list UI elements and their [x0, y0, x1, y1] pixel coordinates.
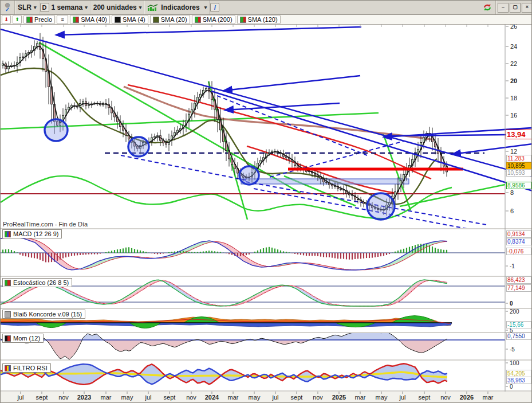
price-tick: 22 — [510, 60, 517, 67]
x-axis-label: may — [121, 394, 133, 401]
legend-chip-sma-20-[interactable]: SMA (20) — [150, 15, 190, 24]
x-axis-label: sept — [419, 394, 431, 401]
list-icon: ≡ — [61, 17, 64, 22]
x-axis-label: 2025 — [332, 394, 346, 401]
refresh-icon[interactable] — [482, 2, 493, 13]
indicator-tick: 200 — [510, 308, 519, 315]
units-selector[interactable]: 200 unidades ▾ — [91, 2, 144, 13]
x-axis-label: nov — [313, 394, 323, 401]
indicators-chart-icon — [147, 3, 159, 11]
x-axis-label: jul — [144, 394, 151, 401]
minimize-button[interactable]: – — [498, 3, 509, 13]
legend-chip-sma-4-[interactable]: SMA (4) — [112, 15, 148, 24]
indicator-tick: 5 — [510, 327, 513, 334]
indicator-tick: -5 — [510, 346, 515, 353]
x-axis-label: jul — [271, 394, 278, 401]
chevron-down-icon: ▾ — [85, 5, 88, 10]
circle-annotation — [239, 166, 259, 185]
info-button[interactable]: i — [210, 3, 219, 12]
x-axis-label: nov — [440, 394, 451, 401]
chevron-down-icon: ▾ — [204, 5, 207, 10]
sma-legend-group: SMA (40)SMA (4)SMA (20)SMA (200)SMA (120… — [70, 15, 280, 24]
indicator-tick: -1 — [510, 263, 515, 269]
chevron-down-icon: ▾ — [139, 5, 142, 10]
price-tick: 12 — [510, 148, 517, 155]
x-axis-label: mar — [355, 394, 366, 401]
x-axis-label: sept — [36, 394, 48, 401]
indicator-tick: 0 — [510, 384, 513, 390]
connection-status-icon: ◍✓ — [2, 3, 13, 12]
indicator-label-momentum[interactable]: Mom (12) — [2, 334, 44, 343]
x-axis-label: mar — [101, 394, 112, 401]
x-axis-label: may — [249, 394, 261, 401]
circle-annotation — [367, 193, 395, 220]
up-arrow-icon: ⬆ — [15, 17, 19, 22]
price-tick: 6 — [510, 208, 514, 214]
x-axis-label: may — [376, 394, 388, 401]
indicator-tick: 0 — [510, 300, 513, 307]
legend-chip-sma-200-[interactable]: SMA (200) — [192, 15, 235, 24]
units-label: 200 unidades — [93, 3, 137, 11]
x-axis-label: mar — [483, 394, 494, 401]
buy-arrow-button[interactable]: ⬆ — [13, 15, 22, 24]
indicators-label: Indicadores — [161, 3, 199, 11]
symbol-selector[interactable]: SLR ▾ — [15, 2, 39, 13]
indicator-tick: 100 — [510, 360, 519, 366]
x-axis-label: nov — [58, 394, 69, 401]
price-tick: 16 — [510, 112, 517, 119]
legend-toolbar: ⬇ ⬆ Precio ≡ SMA (40)SMA (4)SMA (20)SMA … — [1, 15, 532, 25]
maximize-button[interactable]: ▢ — [510, 3, 521, 13]
daily-period-button[interactable]: D — [40, 3, 49, 12]
price-tick: 24 — [510, 43, 517, 50]
indicators-dropdown[interactable]: ▾ — [202, 3, 210, 11]
toolbar-separator — [495, 1, 496, 14]
price-tick: 8 — [510, 189, 514, 196]
indicator-label-filtro-rsi[interactable]: FILTRO RSI — [2, 363, 51, 373]
candle-icon — [26, 17, 33, 23]
close-button[interactable]: × — [522, 3, 532, 13]
prorealtime-window: ProRealTime.com - Fin de Díajulseptnov20… — [0, 0, 532, 403]
chart-canvas[interactable]: ProRealTime.com - Fin de Díajulseptnov20… — [1, 1, 532, 403]
x-axis-label: 2023 — [77, 394, 91, 401]
indicators-button[interactable]: Indicadores — [145, 2, 202, 13]
legend-chip-sma-120-[interactable]: SMA (120) — [237, 15, 281, 24]
x-axis-label: jul — [399, 394, 405, 401]
list-settings-button[interactable]: ≡ — [57, 15, 68, 24]
down-arrow-icon: ⬇ — [4, 17, 9, 22]
sell-arrow-button[interactable]: ⬇ — [2, 15, 11, 24]
circle-annotation — [128, 137, 149, 156]
indicator-label-koncorde[interactable]: Blai5 Koncorde v.09 (15) — [2, 310, 85, 319]
top-toolbar: ◍✓ SLR ▾ D 1 semana ▾ 200 unidades ▾ Ind… — [1, 1, 532, 15]
timeframe-label: 1 semana — [52, 3, 83, 11]
x-axis-label: 2024 — [205, 394, 219, 401]
x-axis-label: nov — [186, 394, 196, 401]
legend-chip-sma-40-[interactable]: SMA (40) — [70, 15, 110, 24]
price-tick: 20 — [510, 77, 517, 84]
symbol-label: SLR — [18, 3, 31, 11]
chevron-down-icon: ▾ — [34, 5, 37, 10]
x-axis-label: mar — [228, 394, 239, 401]
circle-annotation — [45, 119, 68, 141]
price-tick: 10 — [510, 168, 517, 175]
x-axis-label: sept — [164, 394, 176, 401]
timeframe-selector[interactable]: 1 semana ▾ — [49, 2, 90, 13]
indicator-label-stochastic[interactable]: Estocástico (26 8 5) — [2, 278, 72, 287]
indicator-label-macd[interactable]: MACD (12 26 9) — [2, 229, 62, 238]
x-axis-label: 2026 — [460, 394, 474, 401]
watermark: ProRealTime.com - Fin de Día — [3, 221, 88, 228]
x-axis-label: sept — [291, 394, 303, 401]
price-label: Precio — [34, 16, 52, 23]
price-legend-chip[interactable]: Precio — [23, 15, 55, 24]
x-axis-label: jul — [17, 394, 23, 401]
price-tick: 18 — [510, 95, 517, 101]
